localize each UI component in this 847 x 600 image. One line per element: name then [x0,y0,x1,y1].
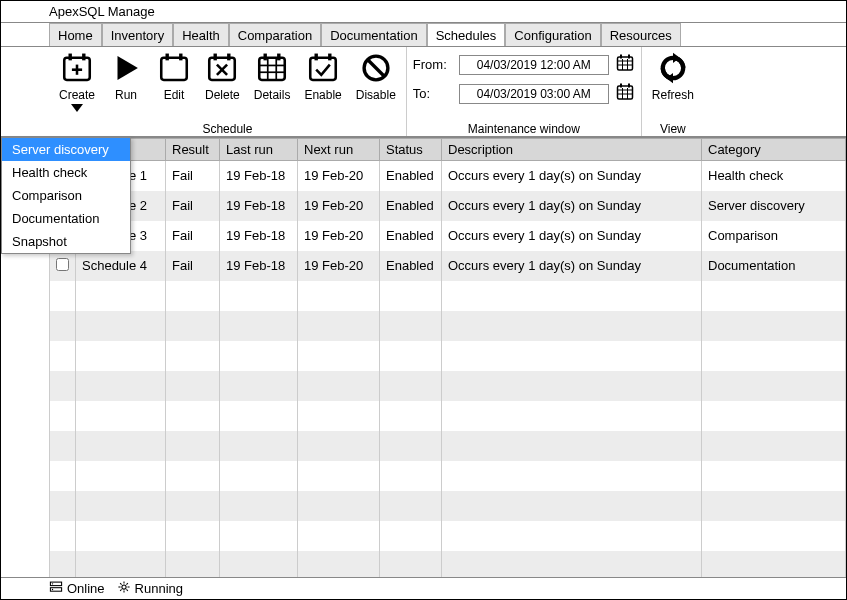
cell-description: Occurs every 1 day(s) on Sunday [442,161,702,191]
table-row [50,551,846,578]
col-result[interactable]: Result [166,139,220,161]
svg-rect-35 [628,84,630,88]
ribbon-group-schedule: Create Run Edit [49,47,407,136]
table-row [50,401,846,431]
svg-line-54 [120,589,121,590]
dropdown-item-snapshot[interactable]: Snapshot [2,230,130,253]
refresh-button[interactable]: Refresh [648,49,698,104]
play-icon [109,51,143,88]
running-label: Running [135,581,183,596]
svg-rect-2 [82,54,85,61]
refresh-icon [656,51,690,88]
cell-status: Enabled [380,251,442,281]
cell-category: Server discovery [702,191,846,221]
tab-health[interactable]: Health [173,23,229,46]
cell-lastrun: 19 Feb-18 [220,191,298,221]
delete-label: Delete [205,88,240,102]
disable-button[interactable]: Disable [352,49,400,104]
cell-description: Occurs every 1 day(s) on Sunday [442,251,702,281]
tab-documentation[interactable]: Documentation [321,23,426,46]
disable-icon [359,51,393,88]
tab-configuration[interactable]: Configuration [505,23,600,46]
delete-button[interactable]: Delete [201,49,244,104]
col-description[interactable]: Description [442,139,702,161]
cell-nextrun: 19 Feb-20 [298,191,380,221]
svg-rect-8 [179,54,182,61]
col-status[interactable]: Status [380,139,442,161]
svg-point-46 [121,585,125,589]
cell-description: Occurs every 1 day(s) on Sunday [442,191,702,221]
svg-line-51 [120,583,121,584]
enable-button[interactable]: Enable [300,49,345,104]
tab-comparation[interactable]: Comparation [229,23,321,46]
svg-rect-26 [617,57,632,70]
svg-rect-21 [310,58,336,80]
ribbon: Create Run Edit [1,47,846,137]
dropdown-item-server-discovery[interactable]: Server discovery [2,138,130,161]
cell-nextrun: 19 Feb-20 [298,161,380,191]
header-row: Name Result Last run Next run Status Des… [50,139,846,161]
table-row[interactable]: Schedule 2Fail19 Feb-1819 Feb-20EnabledO… [50,191,846,221]
gear-icon [117,580,131,597]
table-row[interactable]: Schedule 1Fail19 Feb-1819 Feb-20EnabledO… [50,161,846,191]
maint-group-label: Maintenance window [468,122,580,136]
tab-home[interactable]: Home [49,23,102,46]
cell-result: Fail [166,221,220,251]
cell-category: Comparison [702,221,846,251]
checkbox[interactable] [56,258,69,271]
table-row[interactable]: Schedule 4Fail19 Feb-1819 Feb-20EnabledO… [50,251,846,281]
table-row [50,311,846,341]
svg-line-25 [367,60,384,77]
col-nextrun[interactable]: Next run [298,139,380,161]
col-category[interactable]: Category [702,139,846,161]
to-input[interactable] [459,84,609,104]
row-checkbox[interactable] [50,251,76,281]
svg-rect-16 [277,54,280,61]
cell-lastrun: 19 Feb-18 [220,221,298,251]
create-label: Create [59,88,95,102]
view-group-label: View [660,122,686,136]
from-label: From: [413,57,453,72]
ribbon-group-view: Refresh View [642,47,704,136]
disable-label: Disable [356,88,396,102]
tab-inventory[interactable]: Inventory [102,23,173,46]
server-icon [49,580,63,597]
table-row [50,371,846,401]
col-lastrun[interactable]: Last run [220,139,298,161]
dropdown-item-documentation[interactable]: Documentation [2,207,130,230]
create-button[interactable]: Create [55,49,99,114]
svg-point-44 [52,583,53,584]
from-input[interactable] [459,55,609,75]
schedule-group-label: Schedule [202,122,252,136]
dropdown-item-comparison[interactable]: Comparison [2,184,130,207]
svg-rect-23 [328,54,331,61]
cell-status: Enabled [380,191,442,221]
svg-rect-11 [227,54,230,61]
details-button[interactable]: Details [250,49,295,104]
edit-button[interactable]: Edit [153,49,195,104]
maint-from-row: From: [413,53,635,76]
details-label: Details [254,88,291,102]
tab-resources[interactable]: Resources [601,23,681,46]
status-online: Online [49,580,105,597]
cell-nextrun: 19 Feb-20 [298,251,380,281]
run-button[interactable]: Run [105,49,147,104]
chevron-down-icon [71,104,83,112]
calendar-picker-icon[interactable] [615,53,635,76]
run-label: Run [115,88,137,102]
svg-rect-7 [166,54,169,61]
refresh-label: Refresh [652,88,694,102]
table-row[interactable]: Schedule 3Fail19 Feb-1819 Feb-20EnabledO… [50,221,846,251]
tab-schedules[interactable]: Schedules [427,23,506,46]
svg-rect-33 [617,86,632,99]
cell-description: Occurs every 1 day(s) on Sunday [442,221,702,251]
cell-result: Fail [166,251,220,281]
dropdown-item-health-check[interactable]: Health check [2,161,130,184]
svg-line-52 [126,589,127,590]
calendar-picker-icon[interactable] [615,82,635,105]
svg-rect-34 [620,84,622,88]
table-row [50,431,846,461]
online-label: Online [67,581,105,596]
svg-rect-14 [259,58,285,80]
status-running: Running [117,580,183,597]
